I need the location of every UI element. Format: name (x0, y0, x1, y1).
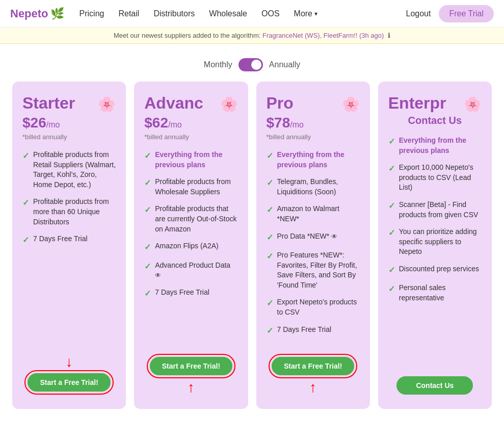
list-item: ✓ Amazon Flips (A2A) (144, 241, 237, 253)
advanced-billed: *billed annually (144, 133, 237, 141)
enterprise-contact-label: Contact Us (388, 115, 482, 126)
enterprise-contact-button[interactable]: Contact Us (396, 376, 473, 395)
starter-cta: ↓ Start a Free Trial! (22, 355, 116, 395)
enterprise-cta: Contact Us (388, 376, 482, 395)
billing-toggle[interactable] (238, 58, 263, 71)
annually-label: Annually (269, 60, 300, 69)
starter-button-border: Start a Free Trial! (24, 370, 113, 395)
check-icon: ✓ (267, 232, 273, 243)
list-item: ✓ 7 Days Free Trial (267, 325, 360, 337)
nav-more[interactable]: More ▾ (294, 9, 317, 18)
pro-title: Pro (267, 94, 294, 113)
list-item: ✓ Export Nepeto's products to CSV (267, 297, 360, 317)
check-icon: ✓ (22, 197, 29, 209)
nav-oos[interactable]: OOS (261, 9, 280, 18)
pro-cta: Start a Free Trial! ↑ (267, 354, 360, 395)
starter-billed: *billed annually (22, 133, 116, 141)
check-icon: ✓ (22, 235, 29, 246)
check-icon: ✓ (388, 200, 395, 212)
pro-price: $78/mo (267, 115, 360, 131)
more-label: More (294, 9, 312, 18)
starter-icon: 🌸 (98, 96, 116, 113)
list-item: ✓ Pro Features *NEW*: Favorites, Filter … (267, 250, 360, 290)
billing-toggle-container: Monthly Annually (0, 44, 504, 82)
check-icon: ✓ (388, 283, 395, 295)
advanced-features: ✓ Everything from the previous plans ✓ P… (144, 150, 237, 344)
free-trial-button[interactable]: Free Trial (439, 5, 494, 22)
list-item: ✓ Advanced Product Data 👁 (144, 261, 237, 280)
enterprise-title: Enterpr (388, 94, 446, 113)
check-icon: ✓ (267, 150, 273, 162)
nav-distributors[interactable]: Distributors (153, 9, 195, 18)
list-item: ✓ Everything from the previous plans (267, 150, 360, 170)
starter-features: ✓ Profitable products from Retail Suppli… (22, 150, 116, 345)
announcement-text: Meet our newest suppliers added to the a… (114, 32, 384, 39)
enterprise-features: ✓ Everything from the previous plans ✓ E… (388, 136, 482, 366)
navbar: Nepeto 🌿 Pricing Retail Distributors Who… (0, 0, 504, 28)
advanced-title: Advanc (144, 94, 203, 113)
nav-pricing[interactable]: Pricing (79, 9, 104, 18)
nav-links: Pricing Retail Distributors Wholesale OO… (79, 9, 406, 18)
starter-card: Starter 🌸 $26/mo *billed annually ✓ Prof… (12, 82, 126, 409)
nav-logo[interactable]: Nepeto 🌿 (10, 7, 64, 20)
list-item: ✓ 7 Days Free Trial (144, 288, 237, 299)
chevron-down-icon: ▾ (314, 10, 317, 17)
pricing-container: Starter 🌸 $26/mo *billed annually ✓ Prof… (0, 82, 504, 429)
check-icon: ✓ (144, 242, 151, 253)
check-icon: ✓ (144, 261, 151, 272)
check-icon: ✓ (144, 288, 151, 299)
check-icon: ✓ (267, 204, 273, 216)
list-item: ✓ You can prioritize adding specific sup… (388, 227, 482, 257)
list-item: ✓ Pro Data *NEW* 👁 (267, 231, 360, 243)
list-item: ✓ Telegram, Bundles, Liquiditions (Soon) (267, 177, 360, 197)
list-item: ✓ Profitable products from Retail Suppli… (22, 150, 116, 190)
list-item: ✓ 7 Days Free Trial (22, 234, 116, 246)
advanced-cta: Start a Free Trial! ↑ (144, 354, 237, 395)
advanced-header: Advanc 🌸 (144, 94, 237, 113)
pro-features: ✓ Everything from the previous plans ✓ T… (267, 150, 360, 344)
starter-header: Starter 🌸 (22, 94, 116, 113)
eye-icon: 👁 (331, 233, 337, 240)
enterprise-icon: 🌸 (464, 96, 482, 113)
list-item: ✓ Personal sales representative (388, 283, 482, 303)
pro-button-border: Start a Free Trial! (269, 354, 357, 378)
list-item: ✓ Everything from the previous plans (388, 136, 482, 156)
logout-button[interactable]: Logout (406, 9, 431, 18)
logo-icon: 🌿 (50, 7, 64, 20)
list-item: ✓ Discounted prep services (388, 264, 482, 276)
list-item: ✓ Export 10,000 Nepeto's products to CSV… (388, 163, 482, 193)
eye-icon: 👁 (155, 272, 161, 279)
nav-right: Logout Free Trial (406, 5, 494, 22)
pro-arrow-up-icon: ↑ (309, 380, 316, 395)
check-icon: ✓ (22, 150, 29, 162)
list-item: ✓ Scanner [Beta] - Find products from gi… (388, 200, 482, 220)
nav-wholesale[interactable]: Wholesale (209, 9, 247, 18)
check-icon: ✓ (144, 150, 151, 162)
check-icon: ✓ (388, 265, 395, 276)
check-icon: ✓ (388, 163, 395, 174)
list-item: ✓ Profitable products from Wholesale Sup… (144, 177, 237, 197)
advanced-button-border: Start a Free Trial! (147, 354, 235, 378)
announcement-link[interactable]: FragranceNet (WS), FleetFarm!! (3h ago) (262, 32, 384, 39)
advanced-icon: 🌸 (220, 96, 238, 113)
list-item: ✓ Everything from the previous plans (144, 150, 237, 170)
check-icon: ✓ (388, 136, 395, 147)
advanced-trial-button[interactable]: Start a Free Trial! (150, 357, 232, 375)
monthly-label: Monthly (204, 60, 232, 69)
starter-trial-button[interactable]: Start a Free Trial! (28, 373, 110, 392)
pro-header: Pro 🌸 (267, 94, 360, 113)
pro-trial-button[interactable]: Start a Free Trial! (272, 357, 354, 375)
list-item: ✓ Profitable products from more than 60 … (22, 197, 116, 227)
check-icon: ✓ (267, 325, 273, 337)
check-icon: ✓ (388, 227, 395, 239)
enterprise-header: Enterpr 🌸 (388, 94, 482, 113)
starter-title: Starter (22, 94, 75, 113)
check-icon: ✓ (267, 177, 273, 189)
advanced-price: $62/mo (144, 115, 237, 131)
nav-retail[interactable]: Retail (118, 9, 139, 18)
arrow-up-icon: ↑ (188, 380, 195, 395)
list-item: ✓ Profitable products that are currently… (144, 204, 237, 234)
starter-price: $26/mo (22, 115, 116, 131)
logo-text: Nepeto (10, 7, 48, 20)
pro-card: Pro 🌸 $78/mo *billed annually ✓ Everythi… (256, 82, 370, 409)
